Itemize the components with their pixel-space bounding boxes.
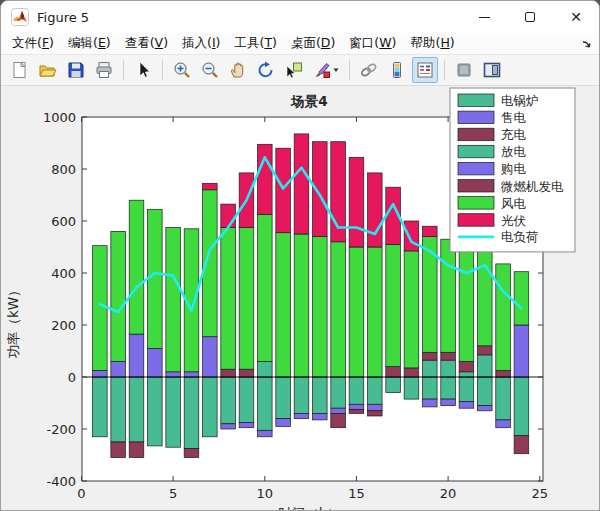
bar-segment-风电-h1	[93, 246, 108, 371]
link-plots-tool-button[interactable]	[356, 57, 382, 83]
bar-segment-光伏-h10	[258, 144, 273, 214]
menu-item-1[interactable]: 编辑(E)	[61, 33, 118, 54]
bar-segment-光伏-h19	[422, 226, 437, 236]
new-figure-button[interactable]	[7, 57, 33, 83]
bar-segment-购电-h1	[93, 371, 108, 378]
legend-label-微燃机发电: 微燃机发电	[500, 179, 564, 194]
zoom-in-tool-icon	[172, 60, 192, 80]
open-file-button[interactable]	[35, 57, 61, 83]
bar-segment-风电-h13	[312, 237, 327, 377]
bar-segment-售电-h11	[276, 419, 291, 427]
rotate-3d-tool-button[interactable]	[253, 57, 279, 83]
menu-item-7[interactable]: 帮助(H)	[403, 33, 461, 54]
minimize-button[interactable]	[461, 1, 507, 33]
bar-segment-风电-h11	[276, 233, 291, 377]
bar-segment-购电-h6	[184, 372, 199, 377]
bar-segment-电锅炉-h2	[111, 377, 126, 442]
maximize-button[interactable]	[507, 1, 553, 33]
menu-item-4[interactable]: 工具(T)	[227, 33, 283, 54]
bar-segment-风电-h24	[514, 272, 529, 325]
save-figure-button[interactable]	[63, 57, 89, 83]
bar-segment-微燃机发电-h20	[441, 352, 456, 360]
bar-segment-光伏-h16	[367, 173, 382, 247]
new-figure-icon	[10, 60, 30, 80]
bar-segment-电锅炉-h10	[258, 377, 273, 430]
bar-segment-风电-h3	[129, 200, 144, 334]
dock-figure-icon	[482, 60, 502, 80]
bar-segment-售电-h9	[239, 423, 254, 428]
bar-segment-售电-h16	[367, 404, 382, 411]
bar-segment-风电-h20	[441, 239, 456, 352]
bar-segment-售电-h20	[441, 399, 456, 406]
menubar-overflow-arrow-icon[interactable]	[581, 36, 593, 55]
zoom-out-tool-button[interactable]	[197, 57, 223, 83]
data-cursor-tool-button[interactable]	[281, 57, 307, 83]
bar-segment-售电-h19	[422, 399, 437, 407]
bar-segment-风电-h2	[111, 231, 126, 361]
menu-item-0[interactable]: 文件(F)	[5, 33, 61, 54]
pointer-button[interactable]	[130, 57, 156, 83]
bar-segment-放电-h10	[258, 361, 273, 377]
menu-item-2[interactable]: 查看(V)	[118, 33, 175, 54]
bar-segment-电锅炉-h23	[496, 377, 511, 420]
bar-segment-购电-h24	[514, 325, 529, 377]
legend-label-充电: 充电	[501, 127, 527, 142]
bar-segment-微燃机发电-h8	[221, 369, 236, 377]
x-tick-label: 25	[531, 486, 548, 501]
bar-segment-电锅炉-h13	[312, 377, 327, 413]
x-tick-label: 15	[348, 486, 365, 501]
bar-segment-充电-h3	[129, 442, 144, 458]
toolbar-separator	[444, 60, 445, 80]
bar-segment-电锅炉-h6	[184, 377, 199, 449]
bar-segment-风电-h21	[459, 250, 474, 362]
legend-swatch-充电	[458, 128, 494, 141]
rotate-3d-tool-icon	[256, 60, 276, 80]
bar-segment-充电-h6	[184, 449, 199, 458]
chart-plot: -400-200020040060080010000510152025场景4时间…	[1, 86, 600, 511]
x-tick-label: 5	[169, 486, 177, 501]
pan-tool-button[interactable]	[225, 57, 251, 83]
bar-segment-电锅炉-h15	[349, 377, 364, 404]
bar-segment-风电-h12	[294, 234, 309, 377]
bar-segment-电锅炉-h16	[367, 377, 382, 404]
legend-label-电锅炉: 电锅炉	[501, 93, 539, 108]
bar-segment-光伏-h8	[221, 204, 236, 227]
bar-segment-售电-h13	[312, 413, 327, 420]
x-tick-label: 10	[257, 486, 274, 501]
brush-data-tool-button[interactable]	[309, 57, 343, 83]
print-figure-button[interactable]	[91, 57, 117, 83]
x-tick-label: 20	[440, 486, 457, 501]
y-tick-label: -400	[46, 474, 76, 489]
insert-legend-tool-button[interactable]	[412, 57, 438, 83]
dropdown-caret-icon	[332, 60, 340, 80]
bar-segment-售电-h10	[258, 430, 273, 437]
x-axis-label: 时间（h）	[278, 505, 341, 511]
bar-segment-光伏-h7	[203, 183, 218, 190]
menu-item-6[interactable]: 窗口(W)	[342, 33, 403, 54]
menu-item-5[interactable]: 桌面(D)	[284, 33, 342, 54]
legend-label-放电: 放电	[501, 144, 527, 159]
insert-colorbar-tool-icon	[387, 60, 407, 80]
window-title: Figure 5	[37, 10, 461, 25]
legend-swatch-售电	[458, 111, 494, 124]
insert-colorbar-tool-button[interactable]	[384, 57, 410, 83]
zoom-in-tool-button[interactable]	[169, 57, 195, 83]
bar-segment-微燃机发电-h19	[422, 352, 437, 360]
save-figure-icon	[66, 60, 86, 80]
figure-canvas: -400-200020040060080010000510152025场景4时间…	[1, 86, 600, 511]
bar-segment-放电-h21	[459, 372, 474, 377]
bar-segment-微燃机发电-h23	[496, 371, 511, 378]
plot-tools-off-button[interactable]	[451, 57, 477, 83]
bar-segment-售电-h14	[331, 408, 346, 413]
bar-segment-电锅炉-h18	[404, 377, 419, 399]
menu-item-3[interactable]: 插入(I)	[175, 33, 227, 54]
legend-label-售电: 售电	[501, 110, 527, 125]
maximize-icon	[525, 12, 535, 22]
y-axis-label: 功率（kW）	[5, 283, 21, 358]
dock-figure-button[interactable]	[479, 57, 505, 83]
menu-bar: 文件(F)编辑(E)查看(V)插入(I)工具(T)桌面(D)窗口(W)帮助(H)	[1, 33, 599, 55]
bar-segment-电锅炉-h5	[166, 377, 181, 447]
close-button[interactable]: ✕	[553, 1, 599, 33]
bar-segment-售电-h8	[221, 424, 236, 429]
legend-swatch-购电	[458, 162, 494, 175]
